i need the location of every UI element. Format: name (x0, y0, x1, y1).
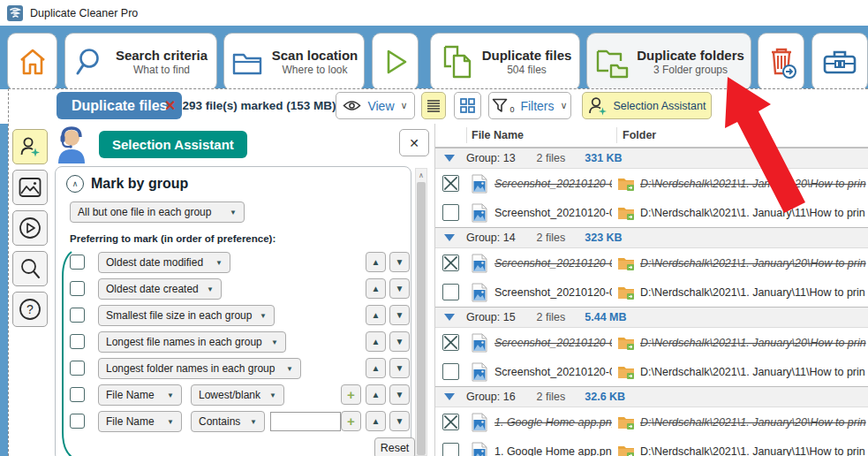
sidebar-help-button[interactable]: ? (12, 292, 48, 327)
dropdown-arrow-icon: ▼ (260, 312, 267, 320)
app-logo-icon (7, 5, 23, 21)
rule-field-dropdown[interactable]: File Name ▼ (98, 411, 182, 432)
file-row-marked[interactable]: Screenshot_20210120-02 D:\Nerdschalk\202… (435, 248, 868, 277)
column-header-file-name[interactable]: File Name (472, 124, 524, 148)
sidebar-selection-assistant-button[interactable] (12, 129, 48, 164)
assistant-scrollbar[interactable]: ∧ (415, 168, 427, 456)
filters-dropdown-button[interactable]: 0 Filters ∨ (488, 92, 571, 119)
move-down-button[interactable]: ▼ (389, 252, 410, 272)
rule-checkbox[interactable] (70, 361, 85, 376)
rule-criteria-dropdown[interactable]: Longest file names in each group ▼ (98, 331, 286, 353)
rule-operator-dropdown[interactable]: Contains ▼ (191, 411, 265, 432)
rule-criteria-dropdown[interactable]: Oldest date created ▼ (98, 278, 222, 300)
add-rule-button[interactable]: + (341, 411, 361, 431)
tab-run-scan[interactable] (372, 33, 419, 88)
rule-operator-dropdown[interactable]: Lowest/blank ▼ (191, 384, 284, 406)
sidebar-image-preview-button[interactable] (12, 170, 48, 205)
rule-checkbox[interactable] (70, 281, 85, 296)
action-bar: Duplicate files ✕ 293 file(s) marked (15… (0, 89, 868, 124)
tab-subtitle: 3 Folder groups (653, 64, 728, 76)
rule-checkbox[interactable] (70, 308, 85, 323)
file-checkbox[interactable] (442, 204, 459, 221)
scrollbar-thumb[interactable] (417, 182, 426, 455)
file-row-marked[interactable]: 1. Google Home app.png D:\Nerdschalk\202… (435, 407, 868, 437)
file-row[interactable]: Screenshot_20210120-0 D:\Nerdschalk\2021… (435, 277, 868, 307)
move-up-button[interactable]: ▲ (366, 331, 386, 352)
column-separator[interactable] (466, 127, 467, 143)
rule-field-label: File Name (106, 415, 155, 428)
tab-home[interactable] (7, 33, 57, 88)
move-down-button[interactable]: ▼ (389, 384, 410, 405)
rule-checkbox[interactable] (70, 414, 85, 429)
sidebar-media-play-button[interactable] (12, 210, 48, 246)
marked-x-icon: ✕ (164, 97, 176, 114)
grid-view-button[interactable] (454, 92, 481, 119)
move-up-button[interactable]: ▲ (366, 252, 386, 272)
duplicate-files-icon (439, 44, 474, 80)
mark-rule-row: Longest file names in each group ▼ ▲ ▼ (56, 331, 411, 353)
collapse-triangle-icon[interactable] (444, 314, 455, 321)
tab-toolbox[interactable] (811, 33, 868, 88)
file-row[interactable]: 1. Google Home app.png D:\Nerdschalk\202… (435, 437, 868, 456)
help-icon: ? (19, 298, 42, 321)
mark-by-group-header: ∧ Mark by group (66, 175, 188, 193)
tab-remove-selected[interactable] (758, 33, 804, 88)
move-up-button[interactable]: ▲ (366, 411, 386, 431)
move-up-button[interactable]: ▲ (366, 305, 386, 325)
file-checkbox-marked[interactable] (442, 175, 459, 192)
list-view-button[interactable] (421, 92, 446, 119)
file-checkbox-marked[interactable] (442, 414, 459, 430)
file-checkbox-marked[interactable] (442, 255, 459, 271)
move-up-button[interactable]: ▲ (366, 278, 386, 299)
group-header[interactable]: Group: 14 2 files 323 KB (435, 227, 868, 248)
rule-criteria-dropdown[interactable]: Longest folder names in each group ▼ (98, 358, 301, 379)
move-down-button[interactable]: ▼ (389, 358, 410, 378)
rule-criteria-dropdown[interactable]: Smallest file size in each group ▼ (98, 305, 275, 326)
tab-duplicate-files[interactable]: Duplicate files 504 files (430, 33, 580, 88)
mark-rule-row: File Name ▼ Contains ▼ + ▲ ▼ (56, 411, 411, 433)
move-down-button[interactable]: ▼ (389, 331, 410, 352)
group-header[interactable]: Group: 16 2 files 32.6 KB (435, 386, 868, 407)
selection-assistant-button[interactable]: Selection Assistant (582, 92, 712, 119)
collapse-section-button[interactable]: ∧ (66, 175, 84, 193)
file-checkbox[interactable] (442, 363, 459, 380)
close-icon: ✕ (409, 136, 419, 150)
image-file-icon (472, 254, 487, 273)
group-mode-dropdown[interactable]: All but one file in each group ▼ (70, 201, 245, 223)
move-down-button[interactable]: ▼ (389, 305, 410, 325)
move-up-button[interactable]: ▲ (366, 384, 386, 405)
move-up-button[interactable]: ▲ (366, 358, 386, 378)
column-header-folder[interactable]: Folder (623, 124, 656, 148)
group-header[interactable]: Group: 13 2 files 331 KB (435, 148, 868, 169)
file-checkbox-marked[interactable] (442, 334, 459, 351)
file-row-marked[interactable]: Screenshot_20210120-02 D:\Nerdschalk\202… (435, 328, 868, 357)
tab-scan-location[interactable]: Scan location Where to look (223, 33, 365, 88)
rule-field-dropdown[interactable]: File Name ▼ (98, 384, 182, 406)
tab-duplicate-folders[interactable]: Duplicate folders 3 Folder groups (586, 33, 751, 88)
move-down-button[interactable]: ▼ (389, 411, 410, 431)
up-arrow-icon: ▲ (372, 284, 381, 293)
scrollbar-up-icon[interactable]: ∧ (416, 169, 426, 181)
file-row-marked[interactable]: Screenshot_20210120-02 D:\Nerdschalk\202… (435, 169, 868, 198)
rule-checkbox[interactable] (70, 334, 85, 349)
rule-checkbox[interactable] (70, 255, 85, 270)
close-assistant-button[interactable]: ✕ (399, 129, 429, 156)
contains-text-input[interactable] (270, 412, 341, 431)
column-separator[interactable] (616, 127, 617, 143)
collapse-triangle-icon[interactable] (444, 234, 455, 241)
view-dropdown-button[interactable]: View ∨ (336, 92, 415, 119)
move-down-button[interactable]: ▼ (389, 278, 410, 299)
file-row[interactable]: Screenshot_20210120-0 D:\Nerdschalk\2021… (435, 357, 868, 386)
tab-search-criteria[interactable]: Search criteria What to find (64, 33, 217, 88)
add-rule-button[interactable]: + (341, 384, 361, 405)
file-checkbox[interactable] (442, 443, 459, 456)
collapse-triangle-icon[interactable] (444, 155, 455, 162)
sidebar-search-button[interactable] (12, 251, 48, 286)
file-row[interactable]: Screenshot_20210120-0 D:\Nerdschalk\2021… (435, 198, 868, 227)
group-header[interactable]: Group: 15 2 files 5.44 MB (435, 307, 868, 328)
collapse-triangle-icon[interactable] (444, 393, 455, 400)
reset-button[interactable]: Reset (374, 437, 415, 456)
file-checkbox[interactable] (442, 284, 459, 300)
rule-checkbox[interactable] (70, 387, 85, 402)
rule-criteria-dropdown[interactable]: Oldest date modified ▼ (98, 252, 230, 273)
